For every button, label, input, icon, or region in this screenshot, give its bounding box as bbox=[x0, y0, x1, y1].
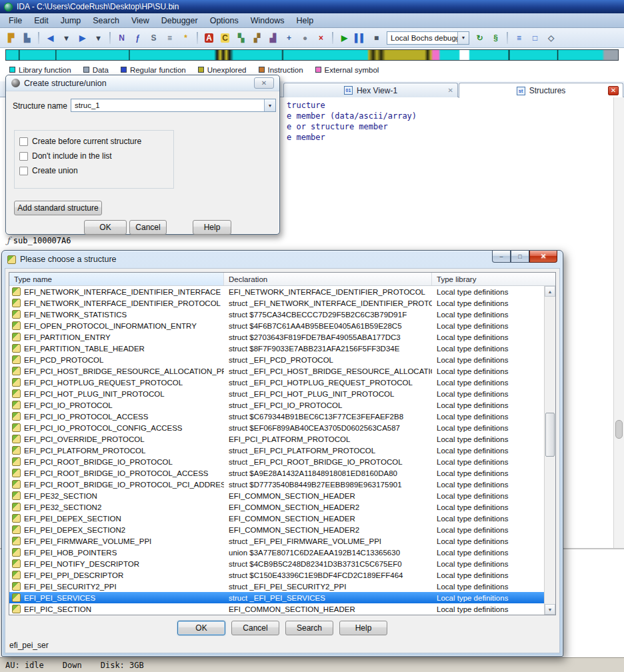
pause-process-icon[interactable]: ▌▌ bbox=[353, 31, 368, 45]
flow-chart-icon[interactable]: ▚ bbox=[233, 31, 249, 45]
table-row[interactable]: EFI_PIC_SECTION EFI_COMMON_SECTION_HEADE… bbox=[9, 603, 547, 615]
checkbox[interactable] bbox=[19, 137, 28, 146]
table-row[interactable]: EFI_PARTITION_ENTRY struct $2703643F819F… bbox=[9, 331, 547, 343]
flashlight-icon[interactable]: * bbox=[178, 31, 193, 45]
table-row[interactable]: EFI_PCI_IO_PROTOCOL_CONFIG_ACCESS struct… bbox=[9, 422, 547, 433]
menu-item[interactable]: View bbox=[125, 15, 155, 27]
start-process-icon[interactable]: ▶ bbox=[337, 31, 352, 45]
scroll-up-icon[interactable]: ▲ bbox=[545, 286, 555, 297]
function-label-row[interactable]: ƒ sub_100007A6 bbox=[7, 235, 71, 245]
table-row[interactable]: EFI_PEI_NOTIFY_DESCRIPTOR struct $4CB9B5… bbox=[9, 558, 547, 569]
menu-item[interactable]: Debugger bbox=[155, 15, 204, 27]
chooser-titlebar[interactable]: Please choose a structure – □ ✕ bbox=[2, 251, 563, 268]
new-window-icon[interactable]: + bbox=[281, 31, 297, 45]
help-button[interactable]: Help bbox=[339, 621, 387, 635]
table-row[interactable]: EFI_PCI_HOST_BRIDGE_RESOURCE_ALLOCATION_… bbox=[9, 365, 547, 377]
menu-item[interactable]: Options bbox=[204, 15, 245, 27]
delete-icon[interactable]: × bbox=[313, 31, 329, 45]
snapshot-icon[interactable]: ● bbox=[297, 31, 313, 45]
ok-button[interactable]: OK bbox=[177, 621, 225, 635]
close-button[interactable]: ✕ bbox=[529, 251, 557, 263]
table-row[interactable]: EFI_PCI_ROOT_BRIDGE_IO_PROTOCOL struct _… bbox=[9, 456, 547, 467]
strings-window-icon[interactable]: S bbox=[146, 31, 161, 45]
functions-window-icon[interactable]: ƒ bbox=[130, 31, 145, 45]
menu-item[interactable]: Edit bbox=[28, 15, 55, 27]
menu-item[interactable]: Windows bbox=[245, 15, 291, 27]
back-history-dropdown-icon[interactable]: ▾ bbox=[59, 31, 74, 45]
segments-window-icon[interactable]: ≡ bbox=[162, 31, 177, 45]
table-row[interactable]: EFI_PE32_SECTION EFI_COMMON_SECTION_HEAD… bbox=[9, 490, 547, 501]
menu-item[interactable]: Help bbox=[290, 15, 319, 27]
checkbox-row[interactable]: Create before current structure bbox=[19, 137, 169, 146]
table-row[interactable]: EFI_NETWORK_INTERFACE_IDENTIFIER_PROTOCO… bbox=[9, 297, 547, 309]
save-icon[interactable]: ▙ bbox=[19, 31, 35, 45]
scrollbar-thumb[interactable] bbox=[545, 413, 555, 457]
structures-window-icon[interactable]: □ bbox=[527, 31, 543, 45]
graph-view-icon[interactable]: ▞ bbox=[249, 31, 265, 45]
names-window-icon[interactable]: N bbox=[114, 31, 129, 45]
close-icon[interactable]: ✕ bbox=[448, 87, 453, 94]
tab-hex-view-1[interactable]: 01 Hex View-1 ✕ bbox=[283, 83, 458, 97]
add-standard-structure-button[interactable]: Add standard structure bbox=[14, 201, 102, 215]
table-row[interactable]: EFI_PEI_DEPEX_SECTION EFI_COMMON_SECTION… bbox=[9, 513, 547, 524]
table-row[interactable]: EFI_PEI_SERVICES struct _EFI_PEI_SERVICE… bbox=[9, 592, 547, 603]
navigate-back-icon[interactable]: ◀ bbox=[43, 31, 58, 45]
create-dialog-titlebar[interactable]: Create structure/union ✕ bbox=[6, 75, 279, 91]
checkbox[interactable] bbox=[19, 167, 28, 175]
help-button[interactable]: Help bbox=[193, 220, 231, 235]
table-row[interactable]: EFI_PCI_ROOT_BRIDGE_IO_PROTOCOL_PCI_ADDR… bbox=[9, 479, 547, 490]
navigate-forward-icon[interactable]: ▶ bbox=[75, 31, 90, 45]
list-scrollbar[interactable]: ▲ ▼ bbox=[544, 286, 555, 615]
table-row[interactable]: EFI_PEI_PPI_DESCRIPTOR struct $C150E4339… bbox=[9, 569, 547, 581]
menu-item[interactable]: Jump bbox=[55, 15, 87, 27]
table-row[interactable]: EFI_PEI_SECURITY2_PPI struct _EFI_PEI_SE… bbox=[9, 581, 547, 592]
table-row[interactable]: EFI_PEI_HOB_POINTERS union $3A77E8071C6D… bbox=[9, 547, 547, 558]
structures-scrollbar[interactable] bbox=[613, 97, 624, 548]
table-row[interactable]: EFI_PE32_SECTION2 EFI_COMMON_SECTION_HEA… bbox=[9, 501, 547, 513]
table-row[interactable]: EFI_PCI_PLATFORM_PROTOCOL struct _EFI_PC… bbox=[9, 445, 547, 456]
bitmap-icon[interactable]: A bbox=[201, 31, 217, 45]
checkbox-row[interactable]: Create union bbox=[19, 166, 169, 175]
search-button[interactable]: Search bbox=[285, 621, 333, 635]
refresh-icon[interactable]: ↻ bbox=[472, 31, 487, 45]
table-row[interactable]: EFI_OPEN_PROTOCOL_INFORMATION_ENTRY stru… bbox=[9, 320, 547, 331]
tab-structures[interactable]: st Structures ✕ bbox=[459, 83, 623, 98]
table-row[interactable]: EFI_PCD_PROTOCOL struct _EFI_PCD_PROTOCO… bbox=[9, 354, 547, 365]
table-row[interactable]: EFI_PCI_IO_PROTOCOL_ACCESS struct $C6793… bbox=[9, 411, 547, 422]
table-row[interactable]: EFI_PEI_FIRMWARE_VOLUME_PPI struct _EFI_… bbox=[9, 535, 547, 547]
open-file-icon[interactable]: ▛ bbox=[3, 31, 19, 45]
table-row[interactable]: EFI_PCI_ROOT_BRIDGE_IO_PROTOCOL_ACCESS s… bbox=[9, 467, 547, 479]
checkbox[interactable] bbox=[19, 152, 28, 161]
type-libraries-icon[interactable]: ≡ bbox=[511, 31, 527, 45]
close-icon[interactable]: ✕ bbox=[608, 86, 619, 95]
scroll-down-icon[interactable]: ▼ bbox=[545, 604, 555, 615]
ok-button[interactable]: OK bbox=[84, 220, 127, 235]
cancel-button[interactable]: Cancel bbox=[231, 621, 279, 635]
table-row[interactable]: EFI_PARTITION_TABLE_HEADER struct $8F7F9… bbox=[9, 343, 547, 354]
table-row[interactable]: EFI_PEI_DEPEX_SECTION2 EFI_COMMON_SECTIO… bbox=[9, 524, 547, 535]
scrollbar-thumb[interactable] bbox=[615, 420, 623, 439]
navigation-band[interactable] bbox=[5, 49, 619, 61]
chevron-down-icon[interactable]: ▾ bbox=[264, 99, 275, 111]
column-header-type-library[interactable]: Type library bbox=[432, 273, 555, 285]
chevron-down-icon[interactable]: ▾ bbox=[457, 32, 469, 44]
table-row[interactable]: EFI_NETWORK_STATISTICS struct $775CA34CB… bbox=[9, 309, 547, 320]
table-row[interactable]: EFI_PCI_OVERRIDE_PROTOCOL EFI_PCI_PLATFO… bbox=[9, 433, 547, 445]
stop-process-icon[interactable]: ■ bbox=[369, 31, 384, 45]
forward-history-dropdown-icon[interactable]: ▾ bbox=[91, 31, 106, 45]
run-script-icon[interactable]: § bbox=[488, 31, 503, 45]
table-row[interactable]: EFI_PCI_IO_PROTOCOL struct _EFI_PCI_IO_P… bbox=[9, 399, 547, 411]
debugger-select[interactable]: Local Bochs debugger ▾ bbox=[387, 31, 469, 45]
cancel-button[interactable]: Cancel bbox=[129, 220, 167, 235]
menu-item[interactable]: File bbox=[3, 15, 28, 27]
maximize-button[interactable]: □ bbox=[511, 251, 529, 263]
close-button[interactable]: ✕ bbox=[254, 77, 274, 89]
table-row[interactable]: EFI_PCI_HOT_PLUG_INIT_PROTOCOL struct _E… bbox=[9, 388, 547, 399]
enums-window-icon[interactable]: ◇ bbox=[543, 31, 559, 45]
compiler-icon[interactable]: C bbox=[217, 31, 233, 45]
structure-name-combobox[interactable]: struc_1 ▾ bbox=[71, 99, 276, 112]
call-graph-icon[interactable]: ▟ bbox=[265, 31, 281, 45]
table-row[interactable]: EFI_NETWORK_INTERFACE_IDENTIFIER_INTERFA… bbox=[9, 286, 547, 297]
checkbox-row[interactable]: Don't include in the list bbox=[19, 151, 169, 161]
menu-item[interactable]: Search bbox=[87, 15, 125, 27]
